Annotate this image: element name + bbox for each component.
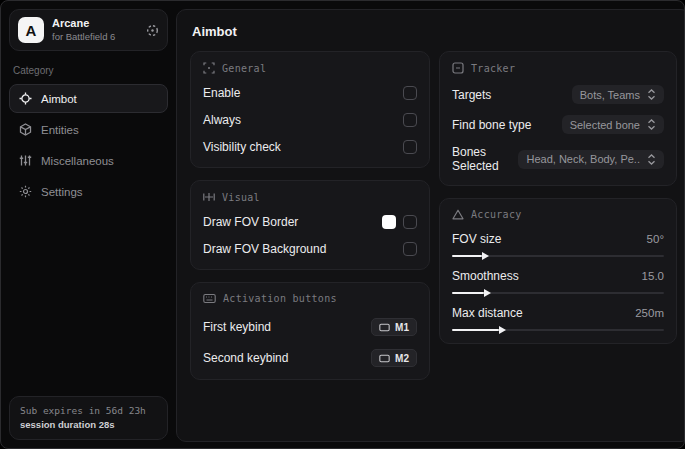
brand-subtitle: for Battlefield 6 <box>52 31 138 43</box>
setting-label: FOV size <box>452 232 501 246</box>
max-distance-row: Max distance 250m <box>452 306 664 331</box>
keybind-value: M1 <box>395 322 409 333</box>
setting-label: Second keybind <box>203 351 288 365</box>
tune-icon <box>203 191 215 203</box>
sidebar-item-label: Aimbot <box>41 93 77 105</box>
keybind-value: M2 <box>395 353 409 364</box>
setting-label: First keybind <box>203 320 271 334</box>
smoothness-row: Smoothness 15.0 <box>452 269 664 294</box>
left-column: General Enable Always Visibility check <box>190 51 430 380</box>
brand-title: Arcane <box>52 17 138 31</box>
visibility-check-checkbox[interactable] <box>403 140 417 154</box>
sidebar-item-aimbot[interactable]: Aimbot <box>9 84 168 113</box>
sidebar-item-label: Settings <box>41 186 83 198</box>
brand-text: Arcane for Battlefield 6 <box>52 17 138 43</box>
general-card-header: General <box>203 62 417 74</box>
slider-fill <box>452 292 484 294</box>
general-card: General Enable Always Visibility check <box>190 51 430 168</box>
keyboard-icon <box>203 293 216 304</box>
subscription-expires: Sub expires in 56d 23h <box>20 404 157 418</box>
card-columns: General Enable Always Visibility check <box>190 51 677 380</box>
session-duration: session duration 28s <box>20 418 157 432</box>
fov-border-color-swatch[interactable] <box>382 215 396 229</box>
setting-label: Bones Selected <box>452 145 518 173</box>
setting-label: Find bone type <box>452 118 531 132</box>
tracker-card: Tracker Targets Bots, Teams <box>439 51 677 186</box>
setting-controls <box>382 215 417 229</box>
targets-dropdown[interactable]: Bots, Teams <box>572 85 664 104</box>
dropdown-value: Head, Neck, Body, Pe.. <box>526 153 640 165</box>
slider-thumb[interactable] <box>484 289 491 297</box>
page-title: Aimbot <box>192 24 675 39</box>
slider-fill <box>452 329 499 331</box>
setting-row: Find bone type Selected bone <box>452 115 664 134</box>
slider-thumb[interactable] <box>499 326 506 334</box>
sidebar-item-label: Miscellaneous <box>41 155 114 167</box>
setting-label: Targets <box>452 88 491 102</box>
accuracy-card: Accuracy FOV size 50° <box>439 198 677 344</box>
setting-row: Second keybind M2 <box>203 349 417 367</box>
sidebar-item-settings[interactable]: Settings <box>9 177 168 206</box>
brand-card: A Arcane for Battlefield 6 <box>9 9 168 51</box>
setting-row: Visibility check <box>203 139 417 155</box>
setting-label: Draw FOV Border <box>203 215 298 229</box>
subscription-card: Sub expires in 56d 23h session duration … <box>9 396 168 440</box>
setting-row: Bones Selected Head, Neck, Body, Pe.. <box>452 145 664 173</box>
dropdown-value: Selected bone <box>570 119 640 131</box>
gear-icon <box>19 185 32 198</box>
setting-row: Draw FOV Border <box>203 214 417 230</box>
category-label: Category <box>13 65 164 76</box>
dropdown-value: Bots, Teams <box>580 89 640 101</box>
visual-card-header: Visual <box>203 191 417 203</box>
dashed-circle-icon[interactable] <box>146 24 159 37</box>
app-window: A Arcane for Battlefield 6 Category Aimb <box>0 0 685 449</box>
chevron-up-down-icon <box>647 154 656 165</box>
fov-size-value: 50° <box>647 233 664 245</box>
sidebar-item-label: Entities <box>41 124 79 136</box>
setting-row: Targets Bots, Teams <box>452 85 664 104</box>
setting-row: Always <box>203 112 417 128</box>
card-title: Tracker <box>471 63 515 74</box>
slider-thumb[interactable] <box>482 252 489 260</box>
smoothness-value: 15.0 <box>642 270 664 282</box>
activation-card-header: Activation buttons <box>203 293 417 304</box>
sidebar-item-entities[interactable]: Entities <box>9 115 168 144</box>
always-checkbox[interactable] <box>403 113 417 127</box>
card-title: Accuracy <box>471 209 522 220</box>
find-bone-type-dropdown[interactable]: Selected bone <box>562 115 664 134</box>
sidebar-spacer <box>9 208 168 396</box>
crosshair-icon <box>19 92 32 105</box>
sidebar: A Arcane for Battlefield 6 Category Aimb <box>1 1 176 448</box>
setting-label: Visibility check <box>203 140 281 154</box>
sliders-icon <box>19 154 32 167</box>
enable-checkbox[interactable] <box>403 86 417 100</box>
draw-fov-background-checkbox[interactable] <box>403 242 417 256</box>
setting-label: Draw FOV Background <box>203 242 326 256</box>
setting-row: Enable <box>203 85 417 101</box>
fov-size-slider[interactable] <box>452 255 664 257</box>
frame-minus-icon <box>452 62 464 74</box>
right-column: Tracker Targets Bots, Teams <box>439 51 677 344</box>
sidebar-item-miscellaneous[interactable]: Miscellaneous <box>9 146 168 175</box>
second-keybind-button[interactable]: M2 <box>371 349 417 367</box>
setting-row: First keybind M1 <box>203 318 417 336</box>
mouse-key-icon <box>379 323 390 332</box>
activation-card: Activation buttons First keybind M1 <box>190 282 430 380</box>
chevron-up-down-icon <box>647 89 656 100</box>
card-title: Visual <box>222 192 260 203</box>
smoothness-slider[interactable] <box>452 292 664 294</box>
tracker-card-header: Tracker <box>452 62 664 74</box>
focus-icon <box>203 62 215 74</box>
first-keybind-button[interactable]: M1 <box>371 318 417 336</box>
draw-fov-border-checkbox[interactable] <box>403 215 417 229</box>
slider-fill <box>452 255 482 257</box>
visual-card: Visual Draw FOV Border Draw FOV Backgrou… <box>190 180 430 270</box>
bones-selected-dropdown[interactable]: Head, Neck, Body, Pe.. <box>518 150 664 169</box>
main-panel: Aimbot General <box>176 9 685 442</box>
chevron-up-down-icon <box>647 119 656 130</box>
mouse-key-icon <box>379 354 390 363</box>
accuracy-card-header: Accuracy <box>452 209 664 220</box>
max-distance-slider[interactable] <box>452 329 664 331</box>
cube-icon <box>19 123 32 136</box>
setting-label: Smoothness <box>452 269 519 283</box>
